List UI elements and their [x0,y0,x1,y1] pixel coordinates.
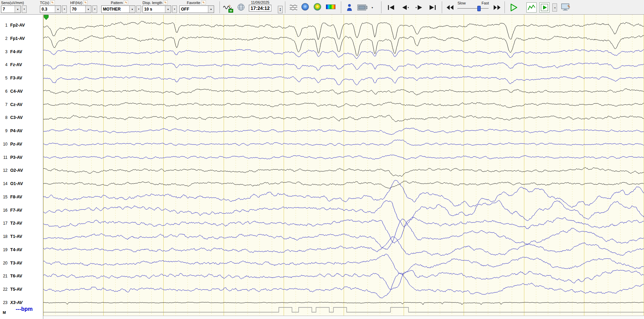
channel-number: 14 [0,181,8,186]
channel-number: 18 [0,234,8,239]
svg-text:✎: ✎ [567,4,570,9]
patient-info-button[interactable] [345,3,354,12]
fast-forward-button[interactable] [492,3,502,12]
go-to-start-button[interactable] [386,3,396,12]
step-back-icon [401,5,410,10]
channel-name: T1-AV [10,234,22,239]
channel-label-row[interactable]: 1Fp2-AV [0,22,43,28]
channel-label-row[interactable]: 23X3-AV [0,300,43,306]
timeline-scrollbar[interactable] [43,316,644,319]
step-back-button[interactable] [400,3,410,12]
auto-review-button[interactable] [539,2,550,13]
color-scale-icon [326,4,335,9]
display-length-dropdown-arrow-icon[interactable]: ▼ [165,6,171,13]
channel-name: Fp1-AV [10,36,25,41]
channel-label-row[interactable]: 20T3-AV [0,260,43,266]
channel-name: T2-AV [10,221,22,226]
channel-label-row[interactable]: 2Fp1-AV [0,35,43,42]
channel-number: 7 [0,102,8,107]
channel-label-row[interactable]: 10Pz-AV [0,141,43,147]
channel-label-row[interactable]: 19T4-AV [0,247,43,253]
page-marker-flag-icon[interactable] [44,15,49,20]
favorite-combobox[interactable]: OFF ▼ [179,5,214,13]
channel-number: 16 [0,208,8,213]
channel-label-row[interactable]: 18T1-AV [0,233,43,240]
channel-label-row[interactable]: 21T6-AV [0,273,43,279]
spectral-map-button[interactable] [314,3,321,11]
notch-filter-50hz-button[interactable]: ✎ 50 [222,3,233,12]
channel-label-row[interactable]: 8C3-AV [0,115,43,121]
display-length-edit-pencil-icon[interactable]: ✎ [163,0,168,5]
slider-handle[interactable] [477,6,481,11]
display-length-combobox[interactable]: 10 s ▼ [143,5,171,13]
channel-label-row[interactable]: 3F4-AV [0,49,43,55]
sens-control: Sens(uV/mm) 7 ▼ ▼ [1,0,27,13]
tc-value: 0.3 [40,7,55,12]
traces-icon [289,4,298,11]
channel-name: F7-AV [10,208,22,213]
channel-label-row[interactable]: 15F8-AV [0,194,43,200]
channel-label-row[interactable]: 5F3-AV [0,75,43,81]
channel-label-row[interactable]: 16F7-AV [0,207,43,213]
pattern-spinner[interactable]: ▼ [136,5,141,13]
time-text[interactable]: 17:24:12 [249,5,271,12]
toolbar-separator [285,1,286,13]
tc-spinner[interactable]: ▼ [62,5,67,13]
channel-name: T5-AV [10,287,22,292]
rewind-button[interactable] [445,3,455,12]
channel-number: 8 [0,115,8,120]
sens-combobox[interactable]: 7 ▼ [1,5,21,13]
channel-label-row[interactable]: 22T5-AV [0,286,43,292]
eeg-trace-canvas[interactable] [43,15,644,319]
channel-name: Fz-AV [10,62,22,67]
favorite-dropdown-arrow-icon[interactable]: ▼ [208,6,214,13]
pattern-combobox[interactable]: MOTHER ▼ [101,5,135,13]
pattern-dropdown-arrow-icon[interactable]: ▼ [129,6,135,13]
pattern-edit-pencil-icon[interactable]: ✎ [124,0,128,5]
color-scale-button[interactable] [326,4,335,9]
favorite-edit-pencil-icon[interactable]: ✎ [201,0,206,5]
hf-edit-pencil-icon[interactable]: ✎ [83,0,88,5]
time-spinner[interactable]: ▲▼ [278,6,283,13]
trend-view-button[interactable] [526,2,537,13]
channel-number: 3 [0,49,8,54]
channel-number: 11 [0,155,8,160]
channel-name: O1-AV [10,181,23,186]
step-forward-icon [415,5,423,10]
video-dropdown-arrow-icon[interactable]: ▼ [370,5,374,10]
channel-label-row[interactable]: 4Fz-AV [0,62,43,68]
display-length-spinner[interactable]: ▼ [172,5,177,13]
montage-button[interactable] [288,3,299,12]
tc-combobox[interactable]: 0.3 ▼ [40,5,61,13]
step-forward-button[interactable] [414,3,424,12]
hf-combobox[interactable]: 70 ▼ [70,5,91,13]
channel-label-row[interactable]: 6C4-AV [0,88,43,94]
speed-slider[interactable] [457,6,490,11]
tc-dropdown-arrow-icon[interactable]: ▼ [55,6,61,13]
channel-label-row[interactable]: 7Cz-AV [0,102,43,108]
channel-label-row[interactable]: 17T2-AV [0,220,43,226]
channel-label-row[interactable]: 11P3-AV [0,154,43,161]
channel-label-row[interactable]: 12O2-AV [0,167,43,173]
globe-button[interactable] [237,3,245,12]
fast-label: Fast [482,1,489,5]
sens-spinner[interactable]: ▼ [22,5,27,13]
display-length-label: Disp. length [143,1,162,5]
channel-label-row[interactable]: 9P4-AV [0,128,43,134]
sens-dropdown-arrow-icon[interactable]: ▼ [15,6,20,13]
brain-map-button[interactable] [301,3,309,11]
notch-50-badge: 50 [228,9,233,13]
head-map-rainbow-icon [314,3,321,11]
channel-number: 23 [0,300,8,305]
review-settings-button[interactable]: ✎ [560,2,572,13]
go-to-end-button[interactable] [428,3,438,12]
hf-spinner[interactable]: ▼ [92,5,97,13]
tc-edit-pencil-icon[interactable]: ✎ [50,0,55,5]
display-length-value: 10 s [143,7,165,12]
hf-dropdown-arrow-icon[interactable]: ▼ [85,6,91,13]
play-button[interactable] [508,2,519,13]
date-text: 11/06/2025 [251,0,269,5]
collapse-panel-button[interactable]: ◂ [552,3,557,12]
channel-label-row[interactable]: 14O1-AV [0,181,43,187]
video-button[interactable] [357,3,368,12]
